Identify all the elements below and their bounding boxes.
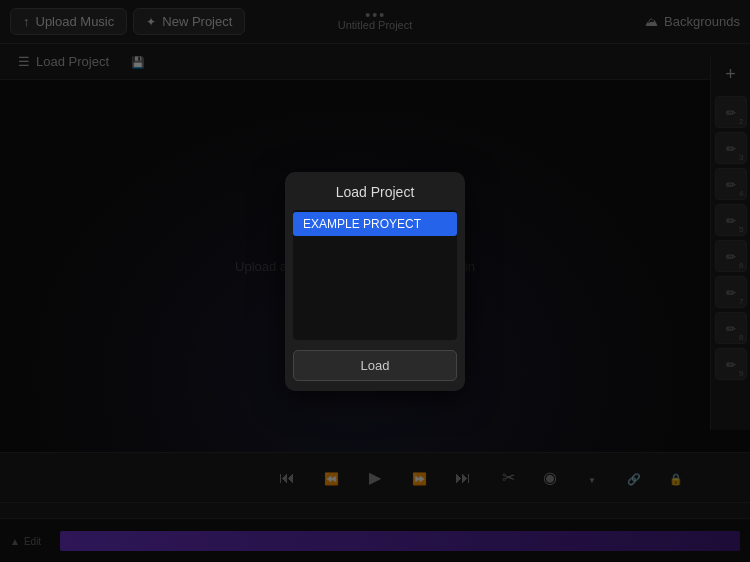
modal-load-button[interactable]: Load [293,350,457,381]
list-item[interactable]: EXAMPLE PROYECT [293,212,457,236]
modal-title: Load Project [285,172,465,210]
list-item-label: EXAMPLE PROYECT [303,217,421,231]
modal-overlay: Load Project EXAMPLE PROYECT Load [0,0,750,562]
modal-list: EXAMPLE PROYECT [293,210,457,340]
load-project-modal: Load Project EXAMPLE PROYECT Load [285,172,465,391]
